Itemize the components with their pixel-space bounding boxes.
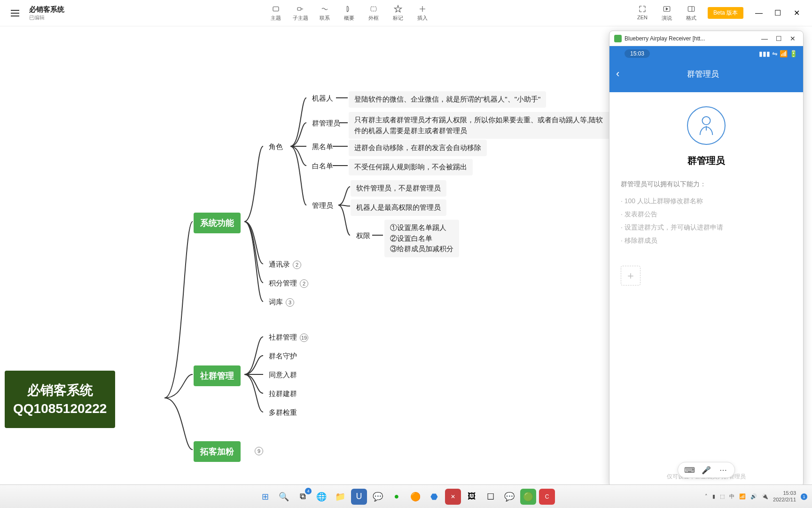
airplay-window[interactable]: Blueberry Airplay Receiver [htt... — ☐ ✕… (609, 31, 804, 487)
node-gm[interactable]: 群管理员 (307, 117, 345, 130)
node-whitelist[interactable]: 白名单 (307, 160, 338, 173)
app-icon-4[interactable]: ⬣ (426, 489, 442, 505)
tray-icon[interactable]: ⬚ (720, 493, 725, 500)
tool-boundary[interactable]: 外框 (366, 5, 382, 22)
tool-subtopic[interactable]: 子主题 (292, 5, 308, 22)
tool-present[interactable]: 演说 (659, 5, 675, 22)
doc-header: 必销客系统 已编辑 (29, 5, 64, 21)
airplay-titlebar[interactable]: Blueberry Airplay Receiver [htt... — ☐ ✕ (609, 31, 803, 46)
tool-zen[interactable]: ZEN (634, 5, 650, 22)
phone-toolbar-pill: ⌨ 🎤 ⋯ (678, 462, 735, 478)
notification-badge[interactable]: 1 (801, 493, 807, 500)
branch-expand[interactable]: 拓客加粉 (194, 441, 241, 462)
tool-topic[interactable]: 主题 (268, 5, 284, 22)
tool-insert[interactable]: 插入 (414, 5, 430, 22)
root-node[interactable]: 必销客系统 QQ1085120222 (5, 371, 115, 428)
node-blacklist[interactable]: 黑名单 (307, 141, 338, 153)
node-agree[interactable]: 同意入群 (264, 369, 302, 381)
phone-status-bar: 15:03 ▮▮▮ ⇋ 📶 🔋 (609, 46, 803, 61)
app-toolbar: 必销客系统 已编辑 主题 子主题 联系 概要 外框 标记 插入 ZEN 演说 格… (0, 0, 812, 26)
perm-item: · 发表群公告 (621, 207, 723, 221)
app-icon-3[interactable]: 🟠 (407, 489, 423, 505)
svg-rect-0 (273, 7, 279, 11)
app-icon-5[interactable]: ✕ (445, 489, 461, 505)
tool-relation[interactable]: 联系 (317, 5, 333, 22)
mic-icon[interactable]: 🎤 (702, 465, 711, 475)
node-whitelist-desc[interactable]: 不受任何踢人规则影响，不会被踢出 (349, 159, 473, 175)
phone-nav-title: 群管理员 (619, 69, 786, 79)
close-icon[interactable]: ✕ (790, 7, 803, 19)
app-icon-10[interactable]: C (539, 489, 555, 505)
search-icon[interactable]: 🔍 (276, 489, 292, 505)
doc-title: 必销客系统 (29, 5, 64, 14)
branch-community[interactable]: 社群管理 (194, 365, 241, 386)
tray-volume-icon[interactable]: 🔊 (750, 493, 757, 500)
svg-rect-4 (688, 6, 695, 11)
badge-count: 9 (255, 447, 263, 455)
phone-header: 15:03 ▮▮▮ ⇋ 📶 🔋 ‹ 群管理员 (609, 46, 803, 92)
doc-subtitle: 已编辑 (29, 14, 64, 21)
admin-avatar-icon (687, 106, 726, 145)
tool-format[interactable]: 格式 (683, 5, 699, 22)
tray-ime-icon[interactable]: 中 (729, 493, 734, 500)
node-points[interactable]: 积分管理2 (264, 277, 313, 290)
start-icon[interactable]: ⊞ (257, 489, 273, 505)
maximize-icon[interactable]: ☐ (772, 7, 784, 19)
perm-item: · 设置进群方式，并可确认进群申请 (621, 221, 723, 234)
node-contacts[interactable]: 通讯录2 (264, 258, 306, 271)
edge-icon[interactable]: 🌐 (313, 489, 329, 505)
add-admin-button[interactable]: ＋ (621, 266, 640, 286)
system-tray[interactable]: ˄ ▮ ⬚ 中 📶 🔊 🔌 15:03 2022/2/11 1 (705, 490, 807, 502)
node-sg[interactable]: 社群管理19 (264, 331, 313, 344)
tray-chevron-icon[interactable]: ˄ (705, 493, 708, 500)
node-admin-d2[interactable]: 机器人是最高权限的管理员 (351, 199, 446, 216)
gm-desc: 群管理员可以拥有以下能力： (621, 180, 706, 189)
app-icon-7[interactable]: ☐ (483, 489, 499, 505)
back-icon[interactable]: ‹ (616, 68, 619, 80)
app-icon-8[interactable]: 💬 (501, 489, 517, 505)
node-dict[interactable]: 词库3 (264, 296, 299, 309)
airplay-title: Blueberry Airplay Receiver [htt... (625, 35, 756, 42)
windows-taskbar[interactable]: ⊞ 🔍 ⧉4 🌐 📁 U 💬 ● 🟠 ⬣ ✕ 🖼 ☐ 💬 🟢 C ˄ ▮ ⬚ 中… (0, 484, 812, 508)
tray-icon[interactable]: ▮ (712, 493, 715, 500)
explorer-icon[interactable]: 📁 (332, 489, 348, 505)
app-icon-9[interactable]: 🟢 (520, 489, 536, 505)
taskview-icon[interactable]: ⧉4 (295, 489, 311, 505)
keyboard-icon[interactable]: ⌨ (685, 465, 694, 475)
svg-point-5 (702, 117, 710, 125)
node-pull[interactable]: 拉群建群 (264, 388, 302, 400)
node-robot[interactable]: 机器人 (307, 92, 338, 105)
node-admin-d1[interactable]: 软件管理员，不是群管理员 (351, 180, 446, 197)
beta-button[interactable]: Beta 版本 (708, 7, 743, 19)
tool-summary[interactable]: 概要 (341, 5, 357, 22)
tray-clock[interactable]: 15:03 2022/2/11 (773, 490, 796, 502)
node-blacklist-desc[interactable]: 进群会自动移除，在群的发言会自动移除 (349, 140, 487, 156)
app-icon-2[interactable]: 💬 (370, 489, 386, 505)
node-robot-desc[interactable]: 登陆软件的微信、企业微信，就是所谓的"机器人"、"小助手" (349, 91, 546, 108)
ow-close-icon[interactable]: ✕ (787, 35, 798, 42)
ow-maximize-icon[interactable]: ☐ (773, 35, 784, 42)
menu-button[interactable] (9, 8, 21, 19)
svg-rect-2 (371, 7, 376, 11)
app-icon-6[interactable]: 🖼 (464, 489, 480, 505)
minimize-icon[interactable]: — (753, 7, 765, 19)
tool-mark[interactable]: 标记 (390, 5, 406, 22)
perm-item: · 移除群成员 (621, 234, 723, 247)
wechat-icon[interactable]: ● (389, 489, 405, 505)
node-groupname[interactable]: 群名守护 (264, 350, 302, 363)
app-icon-1[interactable]: U (351, 489, 367, 505)
node-perm[interactable]: 权限 (351, 230, 375, 242)
tray-battery-icon[interactable]: 🔌 (762, 493, 768, 500)
toolbar-center: 主题 子主题 联系 概要 外框 标记 插入 (268, 5, 430, 22)
node-perm-desc[interactable]: ①设置黑名单踢人 ②设置白名单 ③给群成员加减积分 (384, 220, 459, 257)
branch-system-func[interactable]: 系统功能 (194, 213, 241, 233)
node-admin[interactable]: 管理员 (307, 199, 338, 212)
node-dup[interactable]: 多群检重 (264, 406, 302, 419)
node-gm-desc[interactable]: 只有群主或者群管理员才有踢人权限，所以你如果要去重、或者自动踢人等,陆软件的机器… (349, 112, 612, 139)
window-controls: — ☐ ✕ (753, 7, 803, 19)
more-icon[interactable]: ⋯ (718, 465, 728, 475)
ow-minimize-icon[interactable]: — (759, 35, 770, 42)
node-role[interactable]: 角色 (264, 141, 288, 153)
gm-heading: 群管理员 (687, 154, 725, 167)
tray-wifi-icon[interactable]: 📶 (739, 493, 746, 500)
